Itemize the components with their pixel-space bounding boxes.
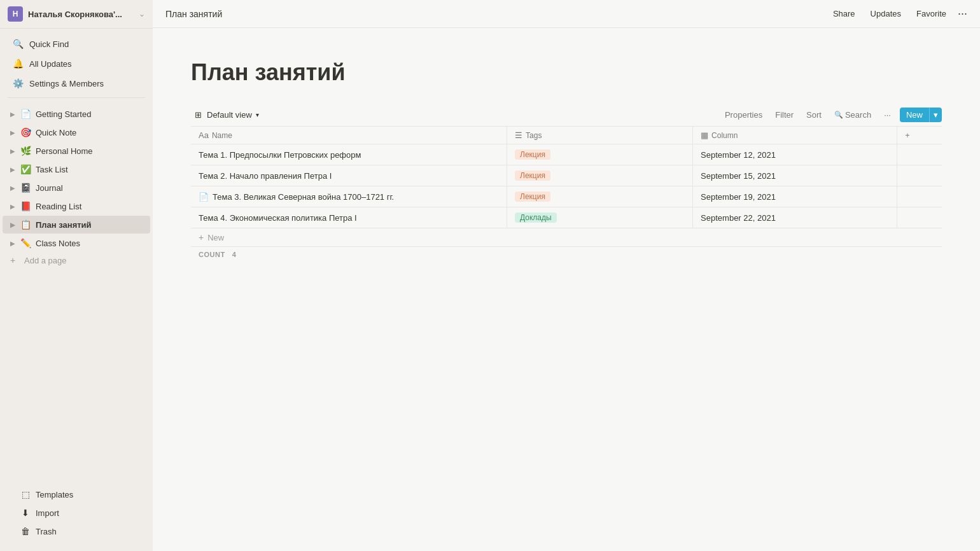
import-label: Import [36, 508, 146, 518]
sidebar-item-plan-zanyatiy[interactable]: ▶ 📋 План занятий [3, 216, 150, 234]
trash-label: Trash [36, 527, 146, 536]
class-notes-icon: ✏️ [19, 237, 32, 249]
search-button[interactable]: 🔍 Search [830, 108, 875, 122]
trash-icon: 🗑 [19, 525, 32, 538]
sidebar-item-quick-find[interactable]: 🔍 Quick Find [4, 34, 149, 53]
count-label: COUNT [199, 251, 225, 258]
sidebar-item-all-updates[interactable]: 🔔 All Updates [4, 54, 149, 73]
sidebar-item-getting-started[interactable]: ▶ 📄 Getting Started [3, 105, 150, 123]
column-header-tags[interactable]: ☰ Tags [507, 127, 693, 144]
cell-add-4 [897, 207, 942, 228]
tag-badge[interactable]: Лекция [515, 150, 550, 160]
cell-date-4: September 22, 2021 [693, 207, 897, 228]
sort-button[interactable]: Sort [802, 108, 825, 122]
tree-toggle-import [8, 508, 18, 518]
sidebar-item-quick-note[interactable]: ▶ 🎯 Quick Note [3, 123, 150, 141]
personal-home-icon: 🌿 [19, 144, 32, 157]
import-icon: ⬇ [19, 506, 32, 519]
settings-icon: ⚙️ [11, 77, 24, 90]
table-row[interactable]: 📄Тема 3. Великая Северная война 1700–172… [191, 186, 942, 207]
reading-list-icon: 📕 [19, 200, 32, 213]
reading-list-label: Reading List [36, 202, 146, 211]
view-label: Default view [207, 110, 252, 120]
journal-icon: 📓 [19, 181, 32, 194]
settings-label: Settings & Members [29, 79, 104, 88]
row-name-text: Тема 1. Предпосылки Петровских реформ [199, 150, 361, 160]
table-row[interactable]: Тема 4. Экономическая политика Петра IДо… [191, 207, 942, 228]
templates-label: Templates [36, 490, 146, 499]
templates-icon: ⬚ [19, 488, 32, 501]
journal-label: Journal [36, 183, 146, 193]
sidebar-item-personal-home[interactable]: ▶ 🌿 Personal Home [3, 142, 150, 160]
new-record-button[interactable]: New ▾ [900, 108, 942, 122]
view-selector[interactable]: ⊞ Default view ▾ [191, 108, 263, 122]
add-column-button[interactable]: + [897, 127, 942, 144]
new-btn-label: New [900, 108, 929, 122]
favorite-button[interactable]: Favorite [913, 7, 950, 20]
table-row[interactable]: Тема 2. Начало правления Петра IЛекцияSe… [191, 165, 942, 186]
properties-button[interactable]: Properties [721, 108, 766, 122]
add-page-button[interactable]: + Add a page [3, 253, 150, 268]
sidebar: Н Наталья Скорнякова'... ⌄ 🔍 Quick Find … [0, 0, 153, 551]
table-row[interactable]: Тема 1. Предпосылки Петровских реформЛек… [191, 144, 942, 165]
topbar-actions: Share Updates Favorite ··· [829, 7, 967, 20]
updates-button[interactable]: Updates [867, 7, 905, 20]
sidebar-item-reading-list[interactable]: ▶ 📕 Reading List [3, 197, 150, 215]
column-header-name[interactable]: Aa Name [191, 127, 507, 144]
sidebar-item-task-list[interactable]: ▶ ✅ Task List [3, 160, 150, 178]
workspace-chevron-icon: ⌄ [139, 10, 145, 18]
view-grid-icon: ⊞ [195, 110, 202, 120]
cell-name-1[interactable]: Тема 1. Предпосылки Петровских реформ [191, 144, 507, 165]
new-btn-arrow-icon[interactable]: ▾ [929, 108, 942, 122]
sidebar-item-import[interactable]: ⬇ Import [3, 504, 150, 522]
add-row-button[interactable]: + New [191, 228, 942, 247]
filter-button[interactable]: Filter [771, 108, 797, 122]
more-options-icon[interactable]: ··· [958, 7, 967, 20]
cell-date-1: September 12, 2021 [693, 144, 897, 165]
cell-tags-3[interactable]: Лекция [507, 186, 693, 207]
share-button[interactable]: Share [829, 7, 859, 20]
sidebar-divider [8, 97, 145, 98]
quick-find-icon: 🔍 [11, 38, 24, 50]
cell-tags-4[interactable]: Доклады [507, 207, 693, 228]
row-name-text: Тема 2. Начало правления Петра I [199, 171, 332, 181]
page-title: План занятий [191, 59, 942, 86]
add-page-plus-icon: + [8, 255, 18, 265]
view-chevron-icon: ▾ [256, 111, 259, 118]
count-row: COUNT 4 [191, 247, 942, 262]
cell-name-4[interactable]: Тема 4. Экономическая политика Петра I [191, 207, 507, 228]
sidebar-item-settings[interactable]: ⚙️ Settings & Members [4, 74, 149, 93]
db-more-button[interactable]: ··· [880, 108, 895, 122]
tree-toggle-journal: ▶ [8, 183, 18, 193]
tree-toggle-task-list: ▶ [8, 164, 18, 174]
row-name-text: Тема 3. Великая Северная война 1700–1721… [213, 192, 394, 202]
row-name-text: Тема 4. Экономическая политика Петра I [199, 213, 357, 223]
tags-col-label: Tags [526, 131, 542, 140]
tree-toggle-plan-zanyatiy: ▶ [8, 220, 18, 230]
cell-date-2: September 15, 2021 [693, 165, 897, 186]
sidebar-item-journal[interactable]: ▶ 📓 Journal [3, 179, 150, 197]
tag-badge[interactable]: Лекция [515, 192, 550, 202]
sidebar-item-class-notes[interactable]: ▶ ✏️ Class Notes [3, 234, 150, 252]
name-col-label: Name [212, 131, 232, 140]
tag-badge[interactable]: Доклады [515, 213, 557, 223]
personal-home-label: Personal Home [36, 146, 146, 156]
cell-name-2[interactable]: Тема 2. Начало правления Петра I [191, 165, 507, 186]
sidebar-item-trash[interactable]: 🗑 Trash [3, 522, 150, 540]
table-header-row: Aa Name ☰ Tags ▦ Column [191, 127, 942, 144]
task-list-icon: ✅ [19, 163, 32, 176]
tags-col-icon: ☰ [515, 130, 522, 140]
tree-toggle-templates [8, 489, 18, 499]
tree-toggle-class-notes: ▶ [8, 238, 18, 248]
cell-tags-2[interactable]: Лекция [507, 165, 693, 186]
column-col-icon: ▦ [701, 130, 708, 140]
cell-add-1 [897, 144, 942, 165]
getting-started-icon: 📄 [19, 108, 32, 120]
workspace-header[interactable]: Н Наталья Скорнякова'... ⌄ [0, 0, 153, 29]
cell-tags-1[interactable]: Лекция [507, 144, 693, 165]
sidebar-item-templates[interactable]: ⬚ Templates [3, 485, 150, 503]
sidebar-bottom-section: ⬚ Templates ⬇ Import 🗑 Trash [0, 485, 153, 541]
cell-name-3[interactable]: 📄Тема 3. Великая Северная война 1700–172… [191, 186, 507, 207]
column-header-column[interactable]: ▦ Column [693, 127, 897, 144]
tag-badge[interactable]: Лекция [515, 171, 550, 181]
